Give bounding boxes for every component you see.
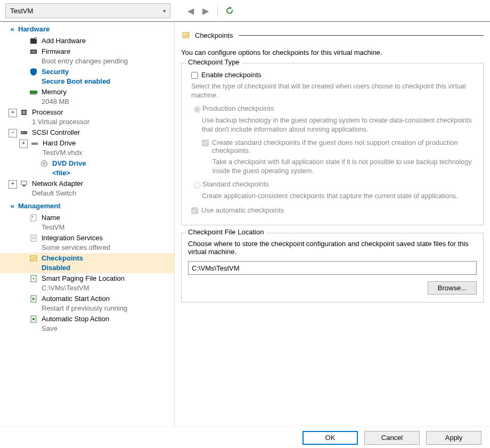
network-icon bbox=[19, 179, 29, 189]
checkpoints-icon bbox=[29, 254, 38, 263]
nav-memory-label: Memory bbox=[42, 87, 69, 97]
nav-processor[interactable]: + Processor 1 Virtual processor bbox=[0, 107, 174, 127]
fallback-desc: Take a checkpoint with full application … bbox=[213, 158, 477, 176]
nav-forward-button[interactable]: ▶ bbox=[198, 3, 213, 18]
nav-integration-services[interactable]: Integration Services Some services offer… bbox=[0, 233, 174, 253]
production-checkpoints-radio bbox=[194, 106, 201, 113]
category-management[interactable]: « Management bbox=[0, 199, 174, 213]
collapse-icon: « bbox=[9, 25, 16, 33]
svg-rect-17 bbox=[21, 181, 27, 185]
location-description: Choose where to store the checkpoint con… bbox=[188, 240, 477, 256]
section-checkpoint-location-title: Checkpoint File Location bbox=[186, 228, 266, 236]
header-line bbox=[239, 35, 484, 36]
nav-add-hardware[interactable]: Add Hardware bbox=[0, 36, 174, 46]
refresh-icon bbox=[225, 6, 234, 15]
nav-scsi-controller[interactable]: − SCSI Controller bbox=[0, 127, 174, 138]
collapse-icon[interactable]: − bbox=[9, 129, 17, 137]
nav-name[interactable]: Name TestVM bbox=[0, 213, 174, 233]
svg-rect-5 bbox=[30, 91, 37, 94]
nav-integration-sub: Some services offered bbox=[42, 243, 110, 252]
nav-hard-drive-label: Hard Drive bbox=[43, 139, 82, 148]
svg-rect-22 bbox=[30, 256, 37, 261]
apply-button[interactable]: Apply bbox=[426, 431, 481, 445]
nav-hard-drive-sub: TestVM.vhdx bbox=[43, 148, 82, 158]
nav-hard-drive[interactable]: + Hard Drive TestVM.vhdx bbox=[0, 138, 174, 158]
nav-separator bbox=[217, 5, 218, 17]
content-area: « Hardware Add Hardware Firmware Boot en… bbox=[0, 22, 490, 426]
expand-icon[interactable]: + bbox=[9, 180, 17, 189]
cancel-button[interactable]: Cancel bbox=[364, 431, 420, 445]
production-checkpoints-label: Production checkpoints bbox=[202, 104, 274, 112]
nav-dvd-drive[interactable]: DVD Drive <file> bbox=[0, 158, 174, 178]
vm-selector-dropdown[interactable]: TestVM ▾ bbox=[5, 3, 170, 18]
nav-auto-stop-sub: Save bbox=[42, 324, 109, 333]
nav-auto-start[interactable]: Automatic Start Action Restart if previo… bbox=[0, 294, 174, 314]
nav-memory-sub: 2048 MB bbox=[42, 97, 69, 107]
enable-checkpoints-row: Enable checkpoints bbox=[191, 71, 477, 79]
svg-rect-4 bbox=[31, 51, 36, 53]
auto-checkpoints-checkbox bbox=[191, 207, 198, 214]
nav-back-button[interactable]: ◀ bbox=[183, 3, 198, 18]
chevron-down-icon: ▾ bbox=[163, 8, 166, 14]
svg-rect-14 bbox=[31, 142, 38, 143]
nav-dvd-sub: <file> bbox=[52, 168, 86, 178]
nav-auto-start-sub: Restart if previously running bbox=[42, 304, 127, 313]
fallback-checkbox bbox=[202, 140, 209, 146]
nav-auto-start-label: Automatic Start Action bbox=[42, 294, 127, 304]
nav-integration-label: Integration Services bbox=[42, 233, 110, 243]
top-bar: TestVM ▾ ◀ ▶ bbox=[0, 0, 490, 22]
nav-smart-paging-sub: C:\VMs\TestVM bbox=[42, 283, 125, 293]
fallback-row: Create standard checkpoints if the guest… bbox=[202, 139, 477, 154]
expand-icon[interactable]: + bbox=[9, 109, 17, 117]
processor-icon bbox=[19, 108, 29, 117]
svg-rect-7 bbox=[32, 94, 34, 95]
nav-processor-sub: 1 Virtual processor bbox=[32, 117, 89, 127]
standard-checkpoints-radio bbox=[194, 182, 201, 189]
nav-checkpoints[interactable]: Checkpoints Disabled bbox=[0, 253, 174, 273]
expand-icon[interactable]: + bbox=[19, 140, 28, 148]
location-input[interactable] bbox=[188, 261, 477, 275]
section-checkpoint-location: Checkpoint File Location Choose where to… bbox=[181, 233, 484, 303]
nav-name-sub: TestVM bbox=[42, 223, 64, 232]
nav-firmware[interactable]: Firmware Boot entry changes pending bbox=[0, 46, 174, 67]
category-management-label: Management bbox=[18, 202, 60, 210]
enable-checkpoints-checkbox[interactable] bbox=[191, 72, 198, 79]
nav-name-label: Name bbox=[42, 213, 64, 223]
section-checkpoint-type-title: Checkpoint Type bbox=[186, 58, 242, 66]
nav-network-adapter[interactable]: + Network Adapter Default Switch bbox=[0, 178, 174, 199]
integration-icon bbox=[29, 233, 38, 243]
smart-paging-icon bbox=[29, 274, 38, 283]
section-checkpoint-type: Checkpoint Type Enable checkpoints Selec… bbox=[181, 63, 484, 225]
nav-smart-paging[interactable]: Smart Paging File Location C:\VMs\TestVM bbox=[0, 273, 174, 294]
auto-start-icon bbox=[29, 294, 38, 304]
nav-firmware-label: Firmware bbox=[42, 47, 128, 56]
category-hardware[interactable]: « Hardware bbox=[0, 22, 174, 36]
nav-dvd-label: DVD Drive bbox=[52, 159, 86, 168]
settings-panel: Checkpoints You can configure options fo… bbox=[175, 22, 490, 426]
svg-point-12 bbox=[22, 132, 23, 133]
svg-point-16 bbox=[44, 163, 45, 165]
refresh-button[interactable] bbox=[222, 3, 237, 18]
svg-rect-10 bbox=[22, 111, 26, 114]
auto-checkpoints-label: Use automatic checkpoints bbox=[201, 206, 284, 214]
vm-selector-value: TestVM bbox=[10, 7, 33, 15]
nav-security[interactable]: Security Secure Boot enabled bbox=[0, 67, 174, 87]
svg-rect-26 bbox=[32, 318, 35, 320]
nav-security-label: Security bbox=[42, 67, 110, 77]
nav-network-label: Network Adapter bbox=[32, 179, 83, 189]
triangle-right-icon: ▶ bbox=[202, 6, 209, 16]
panel-intro: You can configure options for checkpoint… bbox=[181, 48, 484, 56]
nav-memory[interactable]: Memory 2048 MB bbox=[0, 87, 174, 107]
panel-title: Checkpoints bbox=[195, 31, 233, 39]
nav-add-hardware-label: Add Hardware bbox=[42, 36, 86, 46]
memory-icon bbox=[29, 87, 38, 97]
ok-button[interactable]: OK bbox=[303, 431, 358, 445]
nav-auto-stop[interactable]: Automatic Stop Action Save bbox=[0, 314, 174, 334]
svg-rect-18 bbox=[23, 185, 25, 186]
nav-checkpoints-label: Checkpoints bbox=[42, 254, 83, 263]
production-desc: Use backup technology in the guest opera… bbox=[202, 116, 477, 134]
name-icon bbox=[29, 213, 38, 223]
browse-button[interactable]: Browse... bbox=[428, 281, 477, 295]
settings-tree: « Hardware Add Hardware Firmware Boot en… bbox=[0, 22, 175, 426]
nav-processor-label: Processor bbox=[32, 108, 89, 117]
